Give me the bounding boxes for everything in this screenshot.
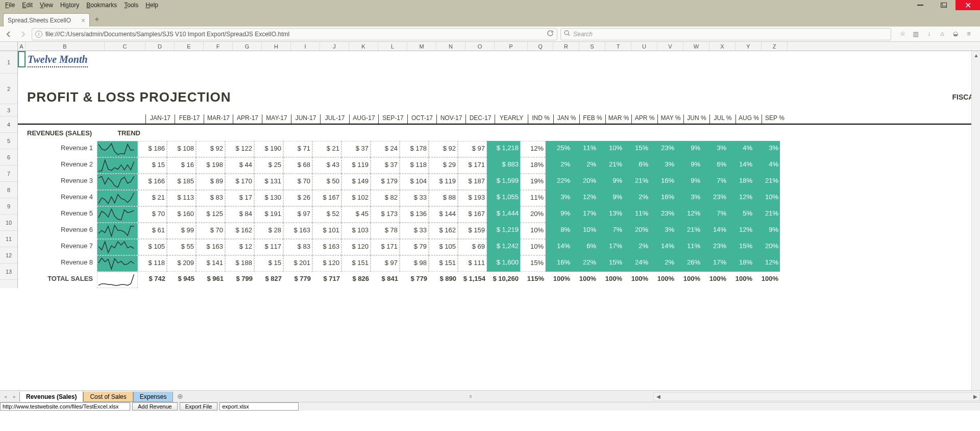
col-header-T[interactable]: T — [605, 42, 631, 51]
pct-cell[interactable]: 21% — [754, 206, 780, 223]
window-maximize-button[interactable] — [932, 0, 955, 10]
pct-cell[interactable]: 12% — [728, 190, 754, 206]
row-header-3[interactable]: 3 — [0, 104, 17, 116]
value-cell[interactable]: $ 52 — [312, 206, 341, 223]
add-revenue-button[interactable]: Add Revenue — [132, 402, 178, 411]
pct-cell[interactable]: 14% — [728, 157, 754, 174]
value-cell[interactable]: $ 37 — [371, 157, 400, 174]
value-cell[interactable]: $ 92 — [429, 141, 458, 157]
downloads-icon[interactable]: ↓ — [925, 30, 933, 38]
sheet-tab-cost-of-sales[interactable]: Cost of Sales — [83, 392, 133, 402]
col-header-D[interactable]: D — [145, 42, 175, 51]
search-field[interactable]: Search — [560, 28, 891, 40]
yearly-cell[interactable]: $ 1,219 — [487, 223, 520, 239]
value-cell[interactable]: $ 119 — [341, 157, 371, 174]
value-cell[interactable]: $ 117 — [254, 239, 283, 255]
browser-tab[interactable]: Spread.Sheets ExcellO × — [3, 13, 90, 27]
export-file-button[interactable]: Export File — [180, 402, 218, 411]
ind-cell[interactable]: 12% — [520, 141, 546, 157]
value-cell[interactable]: $ 167 — [458, 206, 487, 223]
value-cell[interactable]: $ 125 — [196, 206, 225, 223]
sheet-tab-expenses[interactable]: Expenses — [133, 392, 174, 402]
menu-file[interactable]: File — [2, 2, 18, 9]
pct-cell[interactable]: 9% — [546, 206, 572, 223]
total-yearly[interactable]: $ 10,260 — [487, 272, 520, 288]
value-cell[interactable]: $ 102 — [341, 190, 371, 206]
pct-cell[interactable]: 2% — [624, 239, 650, 255]
pct-cell[interactable]: 9% — [598, 190, 624, 206]
value-cell[interactable]: $ 71 — [283, 141, 312, 157]
pct-cell[interactable]: 23% — [650, 206, 676, 223]
pct-cell[interactable]: 24% — [624, 255, 650, 272]
value-cell[interactable]: $ 84 — [225, 206, 254, 223]
total-cell[interactable]: $ 779 — [283, 272, 312, 288]
total-cell[interactable]: $ 841 — [371, 272, 400, 288]
pct-cell[interactable]: 22% — [546, 174, 572, 190]
row-header-1[interactable]: 1 — [0, 51, 17, 74]
value-cell[interactable]: $ 98 — [400, 255, 429, 272]
import-url-input[interactable]: http://www.testwebsite.com/files/TestExc… — [0, 402, 130, 411]
yearly-cell[interactable]: $ 1,444 — [487, 206, 520, 223]
value-cell[interactable]: $ 187 — [458, 174, 487, 190]
value-cell[interactable]: $ 55 — [167, 239, 196, 255]
library-icon[interactable]: ▥ — [912, 30, 920, 38]
pct-cell[interactable]: 6% — [624, 157, 650, 174]
window-minimize-button[interactable] — [909, 0, 932, 10]
value-cell[interactable]: $ 45 — [341, 206, 371, 223]
total-cell[interactable]: $ 1,154 — [458, 272, 487, 288]
col-header-M[interactable]: M — [407, 42, 436, 51]
pct-cell[interactable]: 17% — [598, 239, 624, 255]
value-cell[interactable]: $ 113 — [167, 190, 196, 206]
value-cell[interactable]: $ 162 — [429, 223, 458, 239]
value-cell[interactable]: $ 130 — [254, 190, 283, 206]
scroll-up-arrow[interactable]: ▲ — [972, 51, 980, 60]
pct-cell[interactable]: 20% — [624, 223, 650, 239]
col-header-W[interactable]: W — [683, 42, 709, 51]
scroll-right-arrow[interactable]: ▶ — [971, 392, 979, 401]
value-cell[interactable]: $ 159 — [458, 223, 487, 239]
value-cell[interactable]: $ 68 — [283, 157, 312, 174]
active-cell-A1[interactable] — [18, 51, 26, 67]
value-cell[interactable]: $ 201 — [283, 255, 312, 272]
value-cell[interactable]: $ 190 — [254, 141, 283, 157]
pct-cell[interactable]: 23% — [650, 141, 676, 157]
pct-cell[interactable]: 12% — [676, 206, 702, 223]
ind-cell[interactable]: 15% — [520, 255, 546, 272]
total-pct[interactable]: 100% — [650, 272, 676, 288]
new-tab-button[interactable]: + — [91, 13, 103, 26]
value-cell[interactable]: $ 171 — [371, 239, 400, 255]
value-cell[interactable]: $ 26 — [283, 190, 312, 206]
value-cell[interactable]: $ 15 — [138, 157, 167, 174]
pct-cell[interactable]: 6% — [702, 157, 728, 174]
value-cell[interactable]: $ 17 — [225, 190, 254, 206]
value-cell[interactable]: $ 21 — [312, 141, 341, 157]
col-header-C[interactable]: C — [105, 42, 145, 51]
col-header-G[interactable]: G — [233, 42, 262, 51]
value-cell[interactable]: $ 61 — [138, 223, 167, 239]
col-header-N[interactable]: N — [436, 42, 465, 51]
pct-cell[interactable]: 3% — [754, 141, 780, 157]
pct-cell[interactable]: 2% — [624, 190, 650, 206]
pct-cell[interactable]: 21% — [624, 174, 650, 190]
value-cell[interactable]: $ 166 — [138, 174, 167, 190]
value-cell[interactable]: $ 144 — [429, 206, 458, 223]
value-cell[interactable]: $ 188 — [225, 255, 254, 272]
value-cell[interactable]: $ 163 — [283, 223, 312, 239]
value-cell[interactable]: $ 25 — [254, 157, 283, 174]
yearly-cell[interactable]: $ 1,218 — [487, 141, 520, 157]
pct-cell[interactable]: 11% — [572, 141, 598, 157]
value-cell[interactable]: $ 209 — [167, 255, 196, 272]
value-cell[interactable]: $ 120 — [312, 255, 341, 272]
vertical-scrollbar[interactable]: ▲ — [971, 51, 980, 411]
total-pct[interactable]: 100% — [598, 272, 624, 288]
pct-cell[interactable]: 4% — [728, 141, 754, 157]
total-cell[interactable]: $ 742 — [138, 272, 167, 288]
value-cell[interactable]: $ 185 — [167, 174, 196, 190]
value-cell[interactable]: $ 171 — [458, 157, 487, 174]
row-header-11[interactable]: 11 — [0, 231, 17, 247]
pct-cell[interactable]: 18% — [728, 174, 754, 190]
pct-cell[interactable]: 18% — [728, 255, 754, 272]
value-cell[interactable]: $ 167 — [312, 190, 341, 206]
value-cell[interactable]: $ 118 — [138, 255, 167, 272]
value-cell[interactable]: $ 78 — [371, 223, 400, 239]
